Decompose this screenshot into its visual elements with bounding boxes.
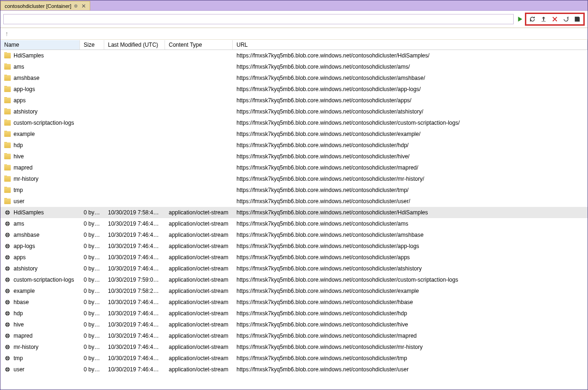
item-url: https://fmxsk7kyq5mb6.blob.core.windows.… [233, 64, 588, 70]
item-type: application/octet-stream [165, 277, 233, 283]
table-row[interactable]: hdp https://fmxsk7kyq5mb6.blob.core.wind… [0, 140, 588, 151]
file-grid[interactable]: HdiSamples https://fmxsk7kyq5mb6.blob.co… [0, 50, 588, 390]
table-row[interactable]: mr-history https://fmxsk7kyq5mb6.blob.co… [0, 173, 588, 184]
item-modified: 10/30/2019 7:46:48 PM [104, 254, 165, 261]
tab-active[interactable]: contosohdicluster [Container] ⊕ ✕ [0, 1, 90, 10]
table-row[interactable]: ams 0 bytes 10/30/2019 7:46:48 PM applic… [0, 218, 588, 229]
item-name: HdiSamples [14, 209, 44, 216]
header-url[interactable]: URL [233, 40, 588, 50]
item-name: mapred [14, 333, 33, 339]
item-url: https://fmxsk7kyq5mb6.blob.core.windows.… [233, 288, 588, 294]
table-row[interactable]: mapred https://fmxsk7kyq5mb6.blob.core.w… [0, 162, 588, 173]
blob-icon [4, 333, 11, 339]
table-row[interactable]: app-logs 0 bytes 10/30/2019 7:46:48 PM a… [0, 241, 588, 252]
item-url: https://fmxsk7kyq5mb6.blob.core.windows.… [233, 310, 588, 317]
blob-icon [4, 243, 11, 249]
item-name: hive [14, 321, 24, 328]
item-name: ams [14, 220, 24, 227]
toolbar-icons [516, 13, 585, 26]
item-modified: 10/30/2019 7:46:48 PM [104, 232, 165, 238]
table-row[interactable]: example 0 bytes 10/30/2019 7:58:25 PM ap… [0, 285, 588, 297]
item-name: app-logs [14, 243, 35, 249]
close-icon[interactable]: ✕ [80, 3, 87, 9]
header-type[interactable]: Content Type [165, 40, 233, 50]
table-row[interactable]: hbase 0 bytes 10/30/2019 7:46:48 PM appl… [0, 297, 588, 308]
table-row[interactable]: mr-history 0 bytes 10/30/2019 7:46:49 PM… [0, 341, 588, 353]
item-url: https://fmxsk7kyq5mb6.blob.core.windows.… [233, 97, 588, 104]
folder-icon [4, 176, 11, 182]
folder-icon [4, 109, 11, 114]
table-row[interactable]: mapred 0 bytes 10/30/2019 7:46:49 PM app… [0, 330, 588, 341]
item-url: https://fmxsk7kyq5mb6.blob.core.windows.… [233, 299, 588, 305]
table-row[interactable]: amshbase https://fmxsk7kyq5mb6.blob.core… [0, 72, 588, 84]
table-row[interactable]: amshbase 0 bytes 10/30/2019 7:46:48 PM a… [0, 229, 588, 241]
table-row[interactable]: custom-scriptaction-logs https://fmxsk7k… [0, 117, 588, 128]
item-modified: 10/30/2019 7:46:49 PM [104, 333, 165, 339]
save-icon[interactable] [573, 15, 581, 23]
item-size: 0 bytes [80, 232, 104, 238]
up-icon[interactable]: ↑ [5, 30, 8, 37]
item-modified: 10/30/2019 7:46:49 PM [104, 366, 165, 373]
header-size[interactable]: Size [80, 40, 104, 50]
tab-strip: contosohdicluster [Container] ⊕ ✕ [0, 0, 588, 11]
item-name: apps [14, 97, 26, 104]
item-size: 0 bytes [80, 288, 104, 294]
table-row[interactable]: hdp 0 bytes 10/30/2019 7:46:48 PM applic… [0, 308, 588, 319]
table-row[interactable]: ams https://fmxsk7kyq5mb6.blob.core.wind… [0, 61, 588, 72]
item-size: 0 bytes [80, 265, 104, 272]
header-modified[interactable]: Last Modified (UTC) [104, 40, 165, 50]
item-size: 0 bytes [80, 220, 104, 227]
table-row[interactable]: hive https://fmxsk7kyq5mb6.blob.core.win… [0, 151, 588, 162]
item-name: hbase [14, 299, 29, 305]
table-row[interactable]: apps 0 bytes 10/30/2019 7:46:48 PM appli… [0, 252, 588, 263]
folder-icon [4, 199, 11, 204]
table-row[interactable]: user 0 bytes 10/30/2019 7:46:49 PM appli… [0, 364, 588, 375]
table-row[interactable]: atshistory https://fmxsk7kyq5mb6.blob.co… [0, 106, 588, 117]
table-row[interactable]: atshistory 0 bytes 10/30/2019 7:46:48 PM… [0, 263, 588, 274]
table-row[interactable]: tmp https://fmxsk7kyq5mb6.blob.core.wind… [0, 184, 588, 196]
open-icon[interactable] [562, 15, 570, 23]
refresh-icon[interactable] [528, 15, 537, 23]
item-type: application/octet-stream [165, 254, 233, 261]
table-row[interactable]: tmp 0 bytes 10/30/2019 7:46:49 PM applic… [0, 353, 588, 364]
table-row[interactable]: app-logs https://fmxsk7kyq5mb6.blob.core… [0, 84, 588, 95]
address-input[interactable] [3, 14, 514, 24]
go-icon[interactable] [516, 15, 524, 23]
table-row[interactable]: example https://fmxsk7kyq5mb6.blob.core.… [0, 128, 588, 140]
item-size: 0 bytes [80, 310, 104, 317]
table-row[interactable]: apps https://fmxsk7kyq5mb6.blob.core.win… [0, 95, 588, 106]
folder-icon [4, 120, 11, 126]
toolbar [0, 11, 588, 28]
item-name: user [14, 366, 24, 373]
item-url: https://fmxsk7kyq5mb6.blob.core.windows.… [233, 86, 588, 92]
table-row[interactable]: HdiSamples https://fmxsk7kyq5mb6.blob.co… [0, 50, 588, 61]
item-name: atshistory [14, 108, 37, 115]
table-row[interactable]: hive 0 bytes 10/30/2019 7:46:48 PM appli… [0, 319, 588, 330]
table-row[interactable]: HdiSamples 0 bytes 10/30/2019 7:58:47 PM… [0, 207, 588, 218]
table-row[interactable]: custom-scriptaction-logs 0 bytes 10/30/2… [0, 274, 588, 285]
upload-icon[interactable] [539, 15, 548, 23]
item-size: 0 bytes [80, 321, 104, 328]
item-url: https://fmxsk7kyq5mb6.blob.core.windows.… [233, 187, 588, 193]
folder-icon [4, 187, 11, 193]
header-name[interactable]: Name [0, 40, 80, 50]
item-type: application/octet-stream [165, 366, 233, 373]
item-type: application/octet-stream [165, 355, 233, 362]
pin-icon[interactable]: ⊕ [74, 3, 78, 8]
folder-icon [4, 86, 11, 92]
item-size: 0 bytes [80, 254, 104, 261]
item-modified: 10/30/2019 7:58:25 PM [104, 288, 165, 294]
item-name: atshistory [14, 265, 37, 272]
item-url: https://fmxsk7kyq5mb6.blob.core.windows.… [233, 209, 588, 216]
table-row[interactable]: user https://fmxsk7kyq5mb6.blob.core.win… [0, 196, 588, 207]
item-url: https://fmxsk7kyq5mb6.blob.core.windows.… [233, 176, 588, 182]
item-url: https://fmxsk7kyq5mb6.blob.core.windows.… [233, 75, 588, 81]
delete-icon[interactable] [551, 15, 559, 23]
folder-icon [4, 154, 11, 159]
item-url: https://fmxsk7kyq5mb6.blob.core.windows.… [233, 321, 588, 328]
blob-icon [4, 209, 11, 216]
item-url: https://fmxsk7kyq5mb6.blob.core.windows.… [233, 198, 588, 205]
item-modified: 10/30/2019 7:46:48 PM [104, 299, 165, 305]
item-name: user [14, 198, 24, 205]
item-name: hdp [14, 142, 23, 149]
